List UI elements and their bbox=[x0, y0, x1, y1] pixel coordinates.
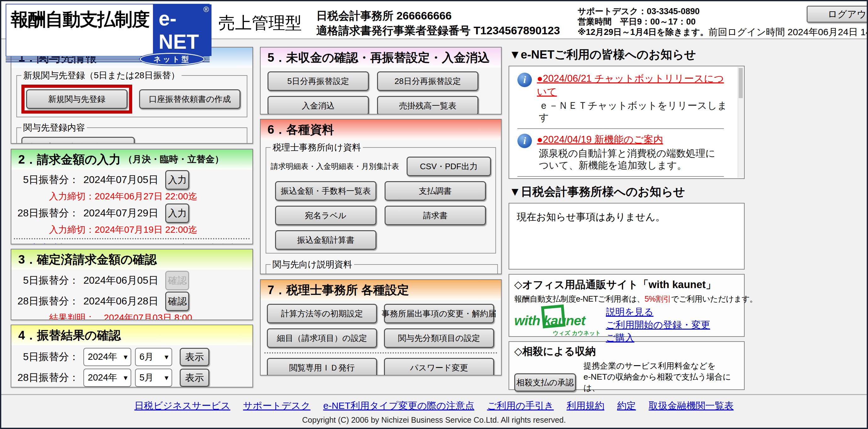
kaunet-registration-link[interactable]: ご利用開始の登録・変更 bbox=[606, 318, 710, 331]
copyright: Copyright (C) 2006 by Nichizei Business … bbox=[1, 416, 867, 425]
kaunet-logo: with kaunet ウィズ カウネット bbox=[514, 305, 598, 336]
result-5th-row: 5日振替分： 2024年▾ 6月▾ 表示 bbox=[11, 348, 252, 366]
section6-header: 6．各種資料 bbox=[260, 120, 501, 140]
footer-link-nichizei-business[interactable]: 日税ビジネスサービス bbox=[134, 400, 230, 411]
confirm-28th-button[interactable]: 確認 bbox=[165, 292, 189, 311]
year-select-5th[interactable]: 2024年▾ bbox=[84, 348, 131, 366]
section-transfer-results: 4．振替結果の確認 5日振替分： 2024年▾ 6月▾ 表示 28日振替分： 2… bbox=[11, 325, 253, 388]
payment-clearing-button[interactable]: 入金消込 bbox=[268, 96, 369, 114]
plan-type-label: 売上管理型 bbox=[218, 12, 302, 35]
input-5th-button[interactable]: 入力 bbox=[165, 170, 189, 190]
footer: 日税ビジネスサービス サポートデスク e-NET利用タイプ変更の際の注意点 ご利… bbox=[1, 394, 867, 428]
kaunet-description: 報酬自動支払制度e-NETご利用者は、5%割引でご利用いただけます。 bbox=[514, 294, 739, 304]
new-client-fieldset: 新規関与先登録（5日または28日振替） 新規関与先登録 口座振替依頼書の作成 bbox=[17, 69, 247, 117]
kaunet-explanation-link[interactable]: 説明を見る bbox=[606, 305, 710, 318]
header-right: ログアウト 前回ログイン時間 2024年06月24日 14:53:58 bbox=[708, 4, 868, 39]
notice-link[interactable]: ●2024/06/21 チャットボットリリースについて bbox=[537, 72, 727, 98]
logout-button[interactable]: ログアウト bbox=[807, 6, 868, 23]
show-5th-button[interactable]: 表示 bbox=[180, 348, 209, 366]
office-name: 日税会計事務所 266666666 bbox=[316, 8, 560, 23]
support-note: ※12月29日～1月4日を除きます。 bbox=[578, 27, 708, 37]
chevron-down-icon: ▾ bbox=[164, 373, 168, 382]
debit-request-form-button[interactable]: 口座振替依頼書の作成 bbox=[139, 89, 241, 109]
calculation-initial-settings-button[interactable]: 計算方法等の初期設定 bbox=[267, 304, 377, 323]
offset-description: 提携企業のサービス利用料金などを e-NETの収納金から相殺で支払う場合には、 … bbox=[584, 360, 739, 394]
notice-divider bbox=[518, 176, 724, 177]
billing-28th-date: 2024年07月29日 bbox=[84, 206, 158, 220]
scrollbar-thumb[interactable] bbox=[739, 68, 743, 98]
tax-office-documents-fieldset: 税理士事務所向け資料 請求明細表・入金明細表・月別集計表 CSV・PDF出力 振… bbox=[266, 141, 496, 254]
new-client-legend: 新規関与先登録（5日または28日振替） bbox=[22, 69, 182, 81]
year-select-28th[interactable]: 2024年▾ bbox=[84, 369, 131, 387]
client-category-settings-button[interactable]: 関与先分類項目の設定 bbox=[384, 328, 494, 348]
month-select-28th[interactable]: 5月▾ bbox=[135, 369, 172, 387]
client-explanation-fieldset: 関与先向け説明資料 口座振替のご利用のおすすめ お支払方法説明書 bbox=[266, 259, 498, 274]
notices-all-users-heading: ▼e-NETご利用の皆様へのお知らせ bbox=[509, 47, 745, 63]
notice-item: i ●2024/04/19 新機能のご案内 源泉税の自動計算と消費税の端数処理に… bbox=[518, 133, 727, 171]
debit-recommendation-button[interactable]: 口座振替のご利用のおすすめ bbox=[275, 274, 380, 274]
payment-method-guide-button[interactable]: お支払方法説明書 bbox=[388, 274, 493, 274]
notice-divider bbox=[518, 128, 724, 129]
payment-record-button[interactable]: 支払調書 bbox=[384, 181, 486, 201]
receivable-balance-button[interactable]: 売掛残高一覧表 bbox=[377, 96, 478, 114]
invoice-button[interactable]: 請求書 bbox=[384, 206, 486, 225]
csv-pdf-export-button[interactable]: CSV・PDF出力 bbox=[407, 157, 491, 176]
month-select-5th[interactable]: 6月▾ bbox=[135, 348, 172, 366]
app-logo: 報酬自動支払制度 e-NET® ネット型 bbox=[6, 4, 210, 62]
billing-28th-row: 28日振替分： 2024年07月29日 入力 bbox=[11, 203, 252, 223]
footer-link-user-guide[interactable]: ご利用の手引き bbox=[487, 400, 554, 411]
footer-link-type-change-notes[interactable]: e-NET利用タイプ変更の際の注意点 bbox=[323, 400, 474, 411]
kaunet-purchase-link[interactable]: ご購入 bbox=[606, 331, 710, 344]
section7-header: 7．税理士事務所 各種設定 bbox=[260, 280, 501, 300]
notices-office-heading: ▼日税会計事務所様へのお知らせ bbox=[509, 184, 745, 200]
transfer-amount-fee-list-button[interactable]: 振込金額・手数料一覧表 bbox=[275, 181, 376, 201]
notices-all-users-box: i ●2024/06/21 チャットボットリリースについて ｅ－ＮＥＴチャットボ… bbox=[508, 66, 745, 179]
footer-link-terms[interactable]: 利用規約 bbox=[566, 400, 604, 411]
app-window: 報酬自動支払制度 e-NET® ネット型 売上管理型 日税会計事務所 26666… bbox=[0, 0, 868, 429]
chevron-down-icon: ▾ bbox=[124, 373, 127, 382]
footer-link-support-desk[interactable]: サポートデスク bbox=[243, 400, 310, 411]
footer-link-financial-institutions[interactable]: 取扱金融機関一覧表 bbox=[649, 400, 734, 411]
section2-header: 2．請求金額の入力 （月決・臨時・立替金） bbox=[11, 150, 252, 169]
footer-link-agreement[interactable]: 約定 bbox=[617, 400, 636, 411]
address-label-button[interactable]: 宛名ラベル bbox=[275, 206, 376, 225]
scrollbar-track[interactable] bbox=[738, 67, 743, 178]
new-client-register-button[interactable]: 新規関与先登録 bbox=[26, 89, 127, 109]
offset-payment-approval-button[interactable]: 相殺支払の承認 bbox=[514, 373, 576, 392]
invoice-registration-number: 適格請求書発行事業者登録番号 T1234567890123 bbox=[316, 23, 560, 38]
show-28th-button[interactable]: 表示 bbox=[180, 369, 209, 387]
offset-payment-box: ◇相殺による収納 相殺支払の承認 提携企業のサービス利用料金などを e-NETの… bbox=[508, 341, 745, 390]
notice-body: ｅ－ＮＥＴチャットボットをリリースします bbox=[539, 100, 727, 124]
logo-brand: e-NET® bbox=[153, 4, 212, 56]
readonly-id-issue-button[interactable]: 閲覧専用ＩＤ発行 bbox=[267, 358, 377, 375]
section2-subtitle: （月決・臨時・立替金） bbox=[123, 153, 224, 166]
office-notification-change-button[interactable]: 事務所届出事項の変更・解約届 bbox=[384, 304, 494, 323]
view-change-delete-ledger-button[interactable]: 確認・変更・削除／台帳の閲覧 bbox=[22, 137, 135, 144]
registered-mark: ® bbox=[203, 5, 209, 14]
tax-office-documents-legend: 税理士事務所向け資料 bbox=[271, 141, 363, 154]
section-office-settings: 7．税理士事務所 各種設定 計算方法等の初期設定 事務所届出事項の変更・解約届 … bbox=[260, 279, 502, 375]
section-billing-input: 2．請求金額の入力 （月決・臨時・立替金） 5日振替分： 2024年07月05日… bbox=[11, 149, 253, 244]
billing-item-settings-button[interactable]: 細目（請求項目）の設定 bbox=[267, 328, 377, 348]
office-info: 日税会計事務所 266666666 適格請求書発行事業者登録番号 T123456… bbox=[316, 8, 560, 38]
retransfer-5th-button[interactable]: 5日分再振替設定 bbox=[268, 71, 369, 91]
connection-hours-link[interactable]: 今月・来月の接続時間 bbox=[150, 242, 245, 244]
notice-link[interactable]: ●2024/04/19 新機能のご案内 bbox=[537, 133, 663, 146]
deadline-5th: 入力締切：2024年06月27日 22:00迄 bbox=[11, 190, 252, 203]
info-icon: i bbox=[518, 73, 532, 87]
offset-title: ◇相殺による収納 bbox=[514, 344, 739, 359]
logo-top: 報酬自動支払制度 e-NET® bbox=[6, 4, 210, 57]
retransfer-28th-button[interactable]: 28日分再振替設定 bbox=[377, 71, 478, 91]
section5-header: 5．未収金の確認・再振替設定・入金消込 bbox=[260, 47, 501, 68]
transfer-amount-statement-button[interactable]: 振込金額計算書 bbox=[275, 230, 376, 250]
section-documents: 6．各種資料 税理士事務所向け資料 請求明細表・入金明細表・月別集計表 CSV・… bbox=[260, 119, 502, 274]
input-28th-button[interactable]: 入力 bbox=[165, 203, 189, 223]
last-login-time: 前回ログイン時間 2024年06月24日 14:53:58 bbox=[708, 26, 868, 39]
notice-item: i ●2024/06/21 チャットボットリリースについて ｅ－ＮＥＴチャットボ… bbox=[518, 72, 727, 124]
client-registration-fieldset: 関与先登録内容 確認・変更・削除／台帳の閲覧 bbox=[17, 122, 247, 144]
deadline-schedule-link[interactable]: 入力締切日スケジュール bbox=[31, 242, 136, 244]
confirm-28th-date: 2024年06月28日 bbox=[84, 294, 158, 308]
support-desk-info: サポートデスク：03-3345-0890 営業時間 平日9：00～17：00 ※… bbox=[578, 6, 708, 37]
password-change-button[interactable]: パスワード変更 bbox=[384, 358, 494, 375]
confirm-5th-row: 5日振替分： 2024年06月05日 確認 bbox=[11, 271, 252, 290]
